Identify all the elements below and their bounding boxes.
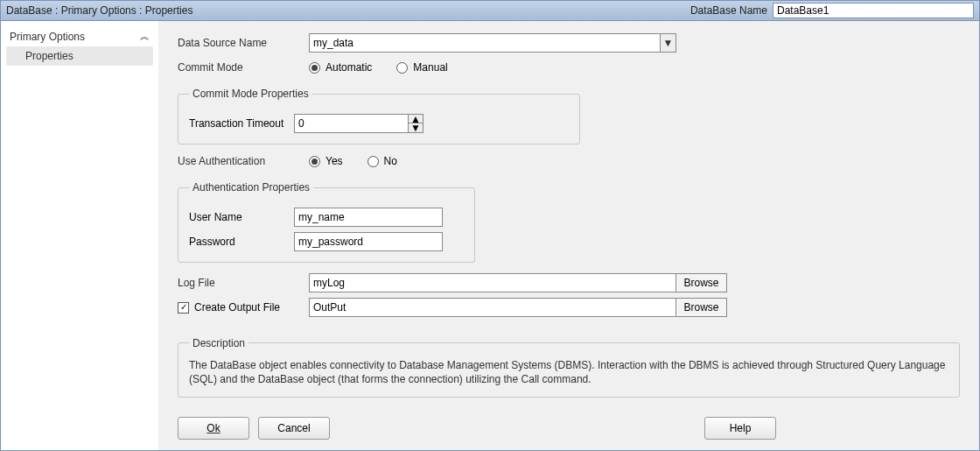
- output-browse-button[interactable]: Browse: [676, 298, 727, 317]
- spin-down-button[interactable]: ▼: [409, 123, 423, 132]
- database-name-input[interactable]: [773, 3, 974, 18]
- transaction-timeout-label: Transaction Timeout: [189, 117, 294, 130]
- collapse-icon[interactable]: ︽: [140, 30, 150, 43]
- radio-icon: [396, 62, 408, 74]
- create-output-checkbox[interactable]: ✓: [178, 302, 189, 314]
- chevron-down-icon: ▼: [663, 37, 674, 49]
- sidebar-item-primary-options[interactable]: Primary Options ︽: [6, 28, 153, 45]
- button-bar: Ok Cancel Help: [178, 417, 960, 440]
- data-source-dropdown-button[interactable]: ▼: [661, 33, 676, 53]
- data-source-label: Data Source Name: [178, 37, 309, 49]
- logfile-browse-button[interactable]: Browse: [676, 273, 727, 292]
- password-input[interactable]: [294, 232, 443, 251]
- use-auth-no-radio[interactable]: No: [368, 155, 397, 167]
- breadcrumb: DataBase : Primary Options : Properties: [6, 4, 192, 17]
- commit-props-legend: Commit Mode Properties: [189, 88, 312, 100]
- help-button[interactable]: Help: [704, 417, 776, 440]
- data-source-input[interactable]: [309, 33, 661, 53]
- logfile-label: Log File: [178, 277, 309, 289]
- transaction-timeout-input[interactable]: [294, 114, 408, 133]
- username-label: User Name: [189, 211, 294, 223]
- commit-mode-manual-radio[interactable]: Manual: [396, 61, 447, 74]
- radio-icon: [309, 156, 320, 167]
- titlebar: DataBase : Primary Options : Properties …: [0, 0, 980, 21]
- sidebar-item-properties[interactable]: Properties: [6, 46, 153, 66]
- content-area: Primary Options ︽ Properties Data Source…: [0, 21, 980, 451]
- description-text: The DataBase object enables connectivity…: [189, 358, 948, 386]
- sidebar: Primary Options ︽ Properties: [1, 21, 158, 450]
- radio-icon: [368, 156, 379, 167]
- radio-icon: [309, 62, 320, 74]
- cancel-button[interactable]: Cancel: [258, 417, 330, 440]
- commit-mode-properties-group: Commit Mode Properties Transaction Timeo…: [178, 88, 580, 144]
- description-legend: Description: [189, 337, 248, 349]
- ok-button[interactable]: Ok: [178, 417, 249, 440]
- create-output-label: Create Output File: [194, 301, 280, 314]
- username-input[interactable]: [294, 208, 443, 227]
- auth-legend: Authentication Properties: [189, 181, 313, 194]
- use-auth-label: Use Authentication: [178, 155, 309, 167]
- password-label: Password: [189, 236, 294, 248]
- authentication-properties-group: Authentication Properties User Name Pass…: [178, 181, 475, 263]
- use-auth-yes-radio[interactable]: Yes: [309, 155, 343, 167]
- database-name-label: DataBase Name: [690, 4, 767, 17]
- description-group: Description The DataBase object enables …: [178, 337, 960, 398]
- logfile-input[interactable]: [309, 273, 676, 292]
- commit-mode-label: Commit Mode: [178, 61, 309, 74]
- commit-mode-automatic-radio[interactable]: Automatic: [309, 61, 372, 74]
- chevron-down-icon: ▼: [410, 122, 421, 134]
- output-file-input[interactable]: [309, 298, 676, 317]
- sidebar-heading: Primary Options: [10, 31, 85, 43]
- main-panel: Data Source Name ▼ Commit Mode Automatic…: [158, 21, 979, 450]
